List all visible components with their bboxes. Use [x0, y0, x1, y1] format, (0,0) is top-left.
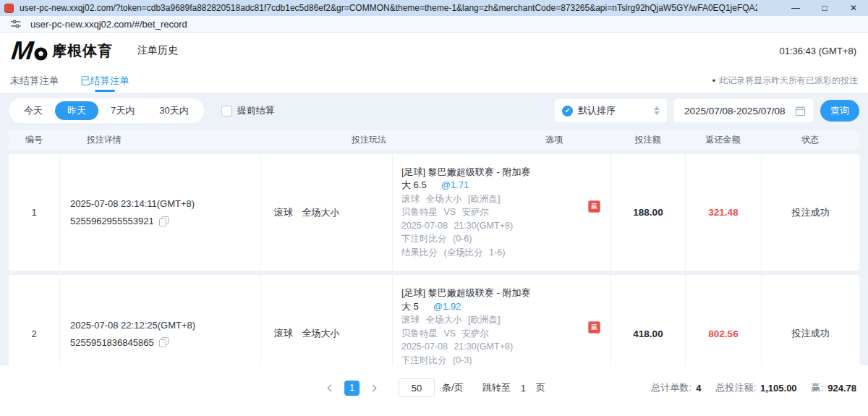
- match-time: 2025-07-08 21:30(GMT+8): [401, 219, 610, 233]
- browser-tab-title: user-pc-new.xxqj02.com/?token=cdb3a9689f…: [20, 3, 757, 13]
- app-header: M 摩根体育 注单历史 01:36:43 (GMT+8): [0, 33, 868, 69]
- col-stake: 投注额: [610, 134, 685, 146]
- table-header: 编号 投注详情 投注玩法 选项 投注额 返还金额 状态: [9, 130, 859, 150]
- page-size-input[interactable]: [399, 378, 435, 397]
- range-7days[interactable]: 7天内: [98, 101, 147, 120]
- date-range-input[interactable]: 2025/07/08-2025/07/08: [674, 99, 813, 122]
- tab-bar: 未结算注单 已结算注单 • 此记录将显示昨天所有已派彩的投注: [0, 69, 868, 93]
- early-settle-option[interactable]: 提前结算: [221, 104, 275, 117]
- page-unit-label: 页: [536, 381, 545, 394]
- col-no: 编号: [9, 134, 59, 146]
- maximize-button[interactable]: □: [810, 3, 839, 13]
- bet-time: 2025-07-08 22:12:25(GMT+8): [70, 320, 260, 331]
- odds: @1.71: [441, 179, 469, 192]
- bet-time: 2025-07-08 23:14:11(GMT+8): [70, 198, 260, 209]
- market: 滚球 全场大小 [欧洲盘]: [401, 192, 610, 206]
- pagination: 1 条/页 跳转至 1 页: [323, 378, 545, 397]
- browser-titlebar: user-pc-new.xxqj02.com/?token=cdb3a9689f…: [0, 0, 868, 16]
- date-range-group: 今天 昨天 7天内 30天内: [9, 98, 204, 123]
- url-field[interactable]: user-pc-new.xxqj02.com/#/bet_record: [30, 19, 187, 30]
- check-circle-icon: ✔: [562, 106, 573, 116]
- pick: 大 5: [401, 300, 419, 314]
- bet-play-cell: 滚球 全场大小: [260, 154, 392, 271]
- win-badge-icon: 赢: [588, 200, 600, 213]
- result-score: 结果比分 (全场比分 1-6): [401, 246, 610, 260]
- footer-bar: 1 条/页 跳转至 1 页 总计单数: 4 总投注额: 1,105.00 赢: …: [0, 365, 868, 416]
- row-number: 1: [9, 154, 59, 271]
- prev-page-icon[interactable]: [323, 381, 337, 395]
- bet-score: 下注时比分 (0-6): [401, 232, 610, 246]
- bet-detail-cell: 2025-07-08 23:14:11(GMT+8) 5255962955553…: [59, 154, 260, 271]
- next-page-icon[interactable]: [367, 381, 381, 395]
- market: 滚球 全场大小 [欧洲盘]: [401, 313, 610, 327]
- range-yesterday[interactable]: 昨天: [55, 101, 98, 120]
- match-time: 2025-07-08 21:30(GMT+8): [401, 340, 610, 354]
- close-button[interactable]: ✕: [839, 3, 868, 13]
- minimize-button[interactable]: —: [781, 3, 810, 13]
- page-title: 注单历史: [137, 44, 178, 57]
- win-badge-icon: 赢: [588, 321, 600, 334]
- pick: 大 6.5: [401, 179, 427, 192]
- tab-unsettled[interactable]: 未结算注单: [10, 69, 59, 93]
- per-page-label: 条/页: [442, 381, 464, 394]
- soccer-ball-icon: [34, 47, 48, 63]
- early-settle-checkbox[interactable]: [221, 106, 232, 116]
- copy-icon[interactable]: [159, 216, 169, 226]
- col-detail: 投注详情: [59, 134, 260, 146]
- match: 贝鲁特星 VS 安萨尔: [401, 205, 610, 219]
- range-30days[interactable]: 30天内: [147, 101, 200, 120]
- total-win-label: 赢:: [812, 381, 824, 394]
- league: [足球] 黎巴嫩超级联赛 - 附加赛: [401, 286, 610, 300]
- calendar-icon: [795, 106, 806, 116]
- totals-summary: 总计单数: 4 总投注额: 1,105.00 赢: 924.78: [652, 381, 856, 394]
- status-text: 投注成功: [761, 154, 859, 271]
- sort-caret-icon: [654, 106, 660, 115]
- search-button[interactable]: 查询: [820, 100, 859, 122]
- tab-settled[interactable]: 已结算注单: [81, 69, 130, 93]
- payout-amount: 321.48: [685, 154, 761, 271]
- total-stake-label: 总投注额:: [715, 381, 756, 394]
- col-play: 投注玩法: [260, 134, 392, 146]
- bet-id: 5255951836845865: [70, 337, 154, 348]
- bullet-icon: •: [712, 75, 715, 86]
- range-today[interactable]: 今天: [12, 101, 55, 120]
- copy-icon[interactable]: [159, 337, 169, 347]
- clock: 01:36:43 (GMT+8): [779, 46, 856, 56]
- tab-active-underline: [95, 90, 115, 92]
- col-payout: 返还金额: [685, 134, 761, 146]
- filter-row: 今天 昨天 7天内 30天内 提前结算 ✔ 默认排序 2025/07/08-20…: [9, 98, 859, 123]
- league: [足球] 黎巴嫩超级联赛 - 附加赛: [401, 166, 610, 179]
- notice: • 此记录将显示昨天所有已派彩的投注: [712, 75, 858, 87]
- site-settings-icon[interactable]: [10, 18, 22, 30]
- site-favicon-icon: [4, 4, 14, 13]
- bet-option-cell: [足球] 黎巴嫩超级联赛 - 附加赛 大 6.5 @1.71 滚球 全场大小 […: [392, 154, 610, 271]
- total-win-value: 924.78: [827, 383, 856, 394]
- table-row: 1 2025-07-08 23:14:11(GMT+8) 52559629555…: [9, 154, 859, 271]
- match: 贝鲁特星 VS 安萨尔: [401, 327, 610, 341]
- page-number-button[interactable]: 1: [344, 381, 359, 396]
- brand-name: 摩根体育: [52, 41, 113, 61]
- total-count-label: 总计单数:: [652, 381, 692, 394]
- bet-id: 5255962955553921: [70, 216, 154, 226]
- total-stake-value: 1,105.00: [760, 383, 797, 394]
- odds: @1.92: [433, 300, 461, 314]
- total-count-value: 4: [696, 383, 701, 394]
- jump-page-value[interactable]: 1: [521, 383, 526, 394]
- browser-addressbar: user-pc-new.xxqj02.com/#/bet_record: [0, 16, 868, 33]
- sort-dropdown[interactable]: ✔ 默认排序: [555, 99, 667, 122]
- col-status: 状态: [761, 134, 859, 146]
- col-option: 选项: [392, 134, 610, 146]
- stake-amount: 188.00: [610, 154, 685, 271]
- jump-to-label: 跳转至: [482, 381, 511, 394]
- brand-logo: M: [12, 36, 46, 65]
